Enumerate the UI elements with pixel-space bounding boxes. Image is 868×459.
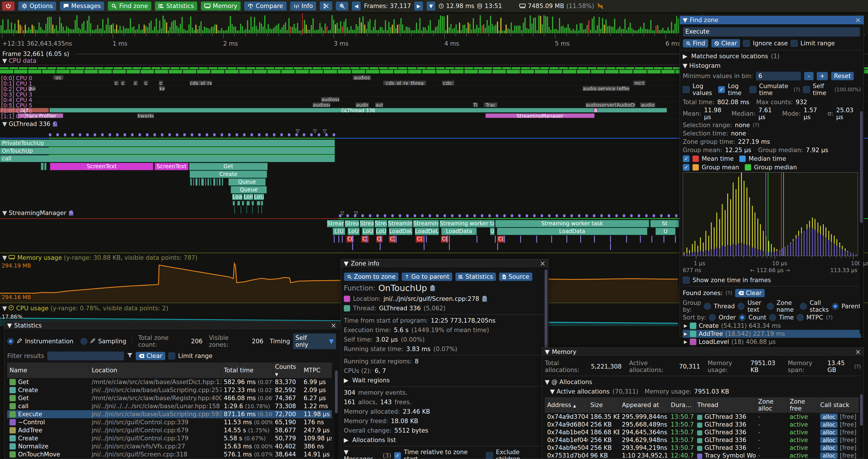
alloc-callstack-button[interactable]: alloc xyxy=(820,421,838,428)
bin-minus-button[interactable]: - xyxy=(804,72,814,80)
clear-found-button[interactable]: Clear xyxy=(735,289,765,297)
zone-bar[interactable]: Streaming xyxy=(413,220,439,227)
zone-bar[interactable]: ScreenText xyxy=(155,163,188,170)
lock-event-dot[interactable] xyxy=(258,133,260,136)
table-row[interactable]: OnTouchMovejni/../jni/src/guif/Screen.cp… xyxy=(7,450,332,458)
messages-button[interactable]: Messages xyxy=(59,1,104,11)
context-switch-block[interactable]: c xyxy=(121,81,125,85)
prev-frame-button[interactable]: ◀ xyxy=(351,1,361,11)
zone-bar[interactable]: LoiUp xyxy=(243,194,253,200)
memory-button[interactable]: Memory xyxy=(200,1,241,11)
sortby-time-radio[interactable] xyxy=(769,314,776,321)
frame-label[interactable]: Frame 32,661 (6.05 s) xyxy=(2,51,69,57)
lock-event-dot[interactable] xyxy=(339,214,342,217)
zone-bar[interactable]: LoadData xyxy=(441,228,477,235)
zone-bar[interactable]: U xyxy=(655,228,676,235)
lock-event-dot[interactable] xyxy=(228,133,230,136)
lock-event-dot[interactable] xyxy=(236,133,238,136)
lock-event-dot[interactable] xyxy=(399,214,401,217)
find-zone-scrollbar[interactable] xyxy=(860,110,863,334)
limit-range-checkbox[interactable] xyxy=(791,40,798,47)
min-bin-input[interactable]: 6 xyxy=(756,71,801,81)
zone-bar[interactable]: LoU xyxy=(362,228,374,235)
lock-event-dot[interactable] xyxy=(436,214,439,217)
zone-bar[interactable]: Get xyxy=(189,163,268,170)
lock-event-dot[interactable] xyxy=(176,133,178,136)
table-row[interactable]: 0x74a9d68040256 KB295,668,489ns13:50.7GL… xyxy=(545,421,859,428)
context-switch-block[interactable]: kw xyxy=(159,86,165,91)
memory-usage-plot[interactable] xyxy=(0,262,680,302)
cumulate-time-checkbox[interactable] xyxy=(749,86,756,93)
zone-bar[interactable] xyxy=(261,201,263,205)
lock-event-dot[interactable] xyxy=(406,214,409,217)
zone-bar-call[interactable]: call xyxy=(0,155,335,162)
column-header-size[interactable]: Size xyxy=(588,397,620,413)
zone-bar[interactable]: St xyxy=(650,220,679,227)
lock-event-dot[interactable] xyxy=(391,214,394,217)
tools-button[interactable] xyxy=(319,1,333,11)
zone-bar[interactable] xyxy=(219,178,221,186)
context-switch-block[interactable]: cds: xyxy=(442,81,455,85)
lock-event-dot[interactable] xyxy=(413,214,416,217)
lock-event-dot[interactable] xyxy=(153,133,156,136)
message-mark-icon[interactable]: ▽ xyxy=(323,128,327,134)
limit-range-checkbox[interactable] xyxy=(168,353,175,359)
context-switch-block[interactable]: mi:t xyxy=(633,81,646,85)
close-icon[interactable]: × xyxy=(540,260,546,267)
clear-button[interactable]: Clear xyxy=(711,39,740,47)
clipboard-icon[interactable] xyxy=(430,285,435,292)
zone-bar[interactable]: C( xyxy=(415,236,424,242)
lock-event-dot[interactable] xyxy=(638,214,640,217)
message-mark-icon[interactable]: ▽ xyxy=(313,128,317,134)
compare-button[interactable]: Compare xyxy=(244,1,287,11)
table-row[interactable]: calljni/../jni/../../../src/claw/base/Lu… xyxy=(7,402,332,410)
column-header-zone-free[interactable]: Zone free xyxy=(787,397,818,413)
lock-event-dot[interactable] xyxy=(49,133,52,136)
zone-bar[interactable]: C( xyxy=(361,236,369,242)
lock-event-dot[interactable] xyxy=(623,214,625,217)
self-time-checkbox[interactable] xyxy=(803,86,810,93)
messages-expander[interactable]: ▼ Messages xyxy=(344,449,380,459)
lock-event-dot[interactable] xyxy=(243,133,246,136)
statistics-button[interactable]: Statistics xyxy=(155,1,197,11)
lock-event-dot[interactable] xyxy=(585,214,588,217)
statistics-titlebar[interactable]: ▼Statistics× xyxy=(4,321,339,330)
lock-event-dot[interactable] xyxy=(56,133,59,136)
lock-event-dot[interactable] xyxy=(198,133,201,136)
lock-event-dot[interactable] xyxy=(443,214,446,217)
table-row[interactable]: 0x7531d7b04096 KB1:10 234,952,16112:40.7… xyxy=(545,452,859,459)
column-header-location[interactable]: Location xyxy=(89,363,221,378)
log-values-checkbox[interactable] xyxy=(683,86,690,93)
memory-titlebar[interactable]: ▼Memory× xyxy=(542,348,864,357)
active-allocations-expander[interactable]: ▼ Active allocations xyxy=(550,388,610,395)
lock-event-dot[interactable] xyxy=(266,133,268,136)
zone-bar[interactable]: Strear xyxy=(345,220,359,227)
context-switch-block[interactable]: audiose xyxy=(321,97,340,102)
source-button[interactable]: Source xyxy=(499,272,532,281)
lock-event-dot[interactable] xyxy=(675,214,678,217)
histogram-expander[interactable]: ▼ Histogram xyxy=(683,62,721,69)
lock-event-dot[interactable] xyxy=(333,133,335,136)
column-header-total-time[interactable]: Total time xyxy=(221,363,273,378)
zone-bar[interactable]: L(U xyxy=(333,228,345,235)
alloc-callstack-button[interactable]: alloc xyxy=(820,452,838,459)
table-row[interactable]: Normalizejni/../jni/src/claw/vfs/Vfs.cpp… xyxy=(7,442,332,450)
lock-event-dot[interactable] xyxy=(108,133,111,136)
context-switch-block[interactable]: cds_ol_rx_threa xyxy=(383,81,426,85)
table-row[interactable]: Createjni/../jni/src/claw/base/LuaScript… xyxy=(7,386,332,394)
clear-filter-button[interactable]: Clear xyxy=(135,352,165,360)
column-header-appeared-at[interactable]: Appeared at xyxy=(620,397,669,413)
zone-bar[interactable]: Streaming worker task xyxy=(495,220,649,227)
zone-bar-privatetouchup[interactable]: PrivateTouchUp xyxy=(0,139,335,147)
draw-group-checkbox[interactable]: ✓ xyxy=(683,164,690,171)
next-frame-button[interactable]: ▶ xyxy=(414,1,423,11)
lock-event-dot[interactable] xyxy=(206,133,208,136)
lock-event-dot[interactable] xyxy=(354,214,356,217)
zone-bar[interactable]: Strean xyxy=(327,220,344,227)
zone-bar[interactable] xyxy=(237,201,240,205)
lock-event-dot[interactable] xyxy=(138,133,141,136)
timing-combo[interactable]: Self only▼ xyxy=(293,333,336,349)
lock-event-dot[interactable] xyxy=(481,214,484,217)
lock-event-dot[interactable] xyxy=(615,214,618,217)
zone-bar[interactable]: LoadData xyxy=(497,228,647,235)
